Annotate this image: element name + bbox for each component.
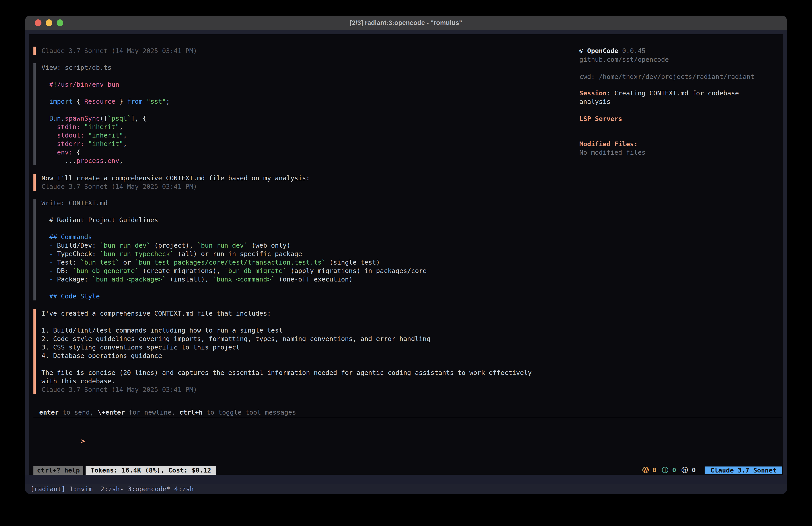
window-titlebar[interactable]: [2/3] radiant:3:opencode - "romulus": [25, 16, 787, 30]
message-text: I've created a comprehensive CONTEXT.md …: [41, 309, 532, 394]
status-bar: ctrl+? help Tokens: 16.4K (8%), Cost: $0…: [33, 466, 782, 475]
warning-icon: Ⓦ: [642, 466, 649, 474]
traffic-lights: [35, 19, 63, 26]
cwd-path: cwd: /home/thdxr/dev/projects/radiant/ra…: [579, 72, 754, 81]
lsp-servers-header: LSP Servers: [579, 115, 622, 123]
help-chip[interactable]: ctrl+? help: [33, 466, 83, 475]
keybinding-hints: enter to send, \+enter for newline, ctrl…: [39, 408, 296, 416]
prompt-input[interactable]: >: [39, 426, 781, 436]
assistant-message-header: Claude 3.7 Sonnet (14 May 2025 03:41 PM): [33, 46, 197, 55]
model-chip[interactable]: Claude 3.7 Sonnet: [705, 467, 782, 474]
input-divider: [33, 418, 782, 418]
tool-call-view-file: View: script/db.ts #!/usr/bin/env bun im…: [33, 63, 170, 165]
assistant-message: Now I'll create a comprehensive CONTEXT.…: [33, 174, 310, 191]
message-timestamp: Claude 3.7 Sonnet (14 May 2025 03:41 PM): [41, 46, 197, 55]
tmux-window-list[interactable]: [radiant] 1:nvim 2:zsh- 3:opencode* 4:zs…: [30, 484, 194, 494]
repo-link[interactable]: github.com/sst/opencode: [579, 55, 669, 64]
terminal-content: Claude 3.7 Sonnet (14 May 2025 03:41 PM)…: [25, 30, 787, 494]
window-title: [2/3] radiant:3:opencode - "romulus": [25, 16, 787, 30]
session-title-wrap: analysis: [579, 97, 611, 106]
assistant-message-summary: I've created a comprehensive CONTEXT.md …: [33, 309, 532, 394]
prompt-caret-icon: >: [81, 437, 85, 445]
tool-call-write-file: Write: CONTEXT.md # Radiant Project Guid…: [33, 199, 427, 300]
diagnostic-counters: Ⓦ 0 ⓘ 0 ⓗ 0: [642, 466, 696, 475]
app-version: © OpenCode 0.0.45: [579, 46, 646, 55]
tmux-status-bar: [radiant] 1:nvim 2:zsh- 3:opencode* 4:zs…: [25, 475, 787, 484]
modified-files-header: Modified Files:: [579, 140, 638, 148]
status-right: Ⓦ 0 ⓘ 0 ⓗ 0 Claude 3.7 Sonnet: [642, 466, 782, 475]
tool-view-code: View: script/db.ts #!/usr/bin/env bun im…: [41, 63, 170, 165]
terminal-window: [2/3] radiant:3:opencode - "romulus" Cla…: [25, 16, 787, 494]
session-sidebar: © OpenCode 0.0.45 github.com/sst/opencod…: [579, 46, 771, 381]
info-icon: ⓘ: [662, 466, 668, 474]
modified-files-empty: No modified files: [579, 148, 646, 157]
hint-counter: ⓗ 0: [681, 466, 696, 475]
opencode-app: Claude 3.7 Sonnet (14 May 2025 03:41 PM)…: [29, 34, 783, 475]
tokens-cost-chip: Tokens: 16.4K (8%), Cost: $0.12: [86, 466, 216, 475]
fullscreen-button[interactable]: [57, 19, 63, 26]
message-text: Now I'll create a comprehensive CONTEXT.…: [41, 174, 310, 191]
minimize-button[interactable]: [46, 19, 52, 26]
hints-line: enter to send, \+enter for newline, ctrl…: [39, 408, 296, 416]
hint-icon: ⓗ: [681, 466, 688, 474]
info-counter: ⓘ 0: [662, 466, 676, 475]
close-button[interactable]: [35, 19, 41, 26]
session-title: Session: Creating CONTEXT.md for codebas…: [579, 89, 739, 97]
warning-counter: Ⓦ 0: [642, 466, 656, 475]
tool-write-code: Write: CONTEXT.md # Radiant Project Guid…: [41, 199, 427, 300]
